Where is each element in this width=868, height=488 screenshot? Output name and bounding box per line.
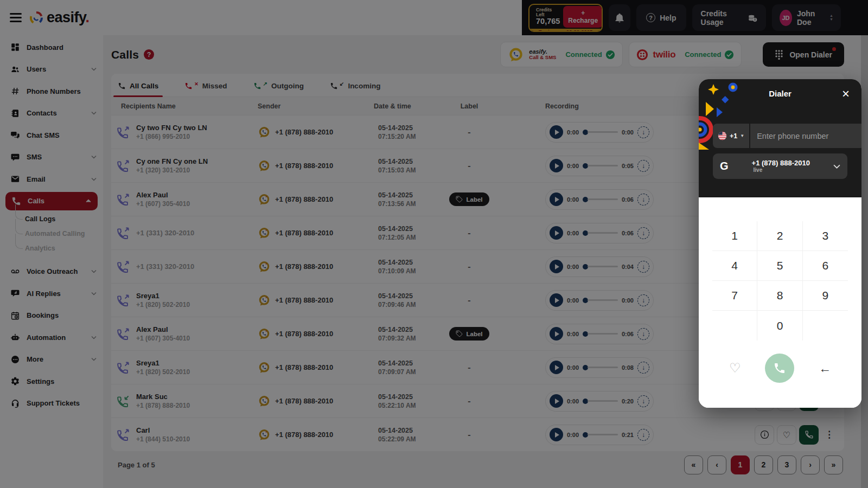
- backspace-icon[interactable]: ←: [815, 361, 834, 376]
- us-flag-icon: [718, 131, 727, 140]
- caller-number: +1 (878) 888-2010: [752, 159, 810, 168]
- keypad-empty: [712, 311, 757, 341]
- keypad-key-8[interactable]: 8: [757, 281, 802, 311]
- chevron-down-icon: [833, 164, 840, 169]
- dialer-title: Dialer: [699, 89, 861, 98]
- chevron-down-icon: ▼: [740, 133, 744, 138]
- close-icon[interactable]: ×: [839, 87, 853, 101]
- favorite-heart-icon[interactable]: ♡: [726, 360, 744, 376]
- dialer-keypad: 1234567890: [712, 221, 848, 341]
- keypad-key-6[interactable]: 6: [803, 251, 848, 281]
- keypad-key-9[interactable]: 9: [803, 281, 848, 311]
- keypad-empty: [803, 311, 848, 341]
- dialer-modal: Dialer × +1 ▼: [699, 79, 861, 408]
- keypad-key-1[interactable]: 1: [712, 221, 757, 251]
- keypad-key-5[interactable]: 5: [757, 251, 802, 281]
- keypad-key-7[interactable]: 7: [712, 281, 757, 311]
- keypad-key-2[interactable]: 2: [757, 221, 802, 251]
- keypad-key-4[interactable]: 4: [712, 251, 757, 281]
- caller-status: live: [754, 167, 763, 174]
- call-button[interactable]: [765, 354, 794, 383]
- country-code: +1: [730, 132, 737, 140]
- phone-icon: [773, 362, 786, 375]
- keypad-key-0[interactable]: 0: [757, 311, 802, 341]
- dialer-body: 1234567890 ♡ ←: [699, 197, 861, 408]
- caller-logo: G: [720, 160, 729, 172]
- caller-id-select[interactable]: G +1 (878) 888-2010 live: [713, 153, 847, 179]
- keypad-key-3[interactable]: 3: [803, 221, 848, 251]
- dialer-header: Dialer × +1 ▼: [699, 79, 861, 197]
- country-code-select[interactable]: +1 ▼: [713, 124, 749, 148]
- phone-number-input[interactable]: [750, 124, 861, 148]
- app-root: easify. Credits Left 70,765: [0, 0, 868, 488]
